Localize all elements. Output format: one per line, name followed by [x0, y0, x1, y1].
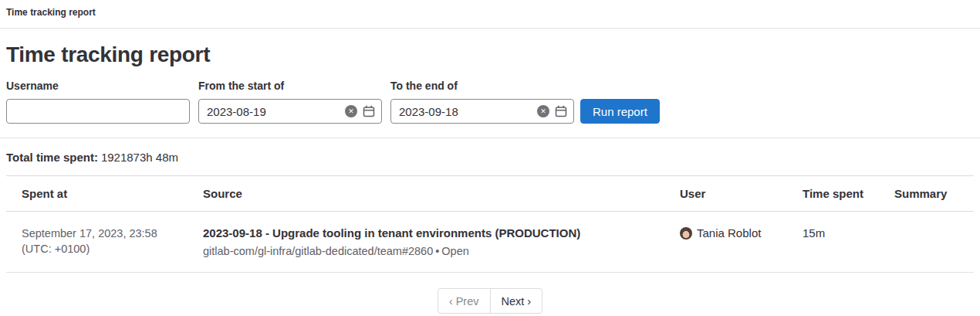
column-header-user: User [664, 176, 787, 212]
user-avatar [680, 227, 692, 240]
username-input[interactable] [6, 99, 190, 124]
calendar-icon[interactable] [363, 105, 375, 117]
username-label: Username [6, 80, 190, 92]
time-spent-cell: 15m [787, 212, 879, 273]
user-link[interactable]: Tania Roblot [697, 226, 761, 240]
table-row: September 17, 2023, 23:58 (UTC: +0100) 2… [6, 212, 974, 273]
total-time-label: Total time spent: [6, 151, 98, 164]
next-page-button[interactable]: Next › [490, 288, 543, 314]
column-header-summary: Summary [879, 176, 974, 212]
spent-at-cell: September 17, 2023, 23:58 (UTC: +0100) [6, 212, 188, 273]
breadcrumb: Time tracking report [0, 0, 980, 29]
calendar-icon[interactable] [555, 105, 567, 117]
breadcrumb-link-time-tracking-report[interactable]: Time tracking report [6, 7, 96, 18]
dot-separator-icon: • [435, 245, 439, 257]
table-header-row: Spent at Source User Time spent Summary [6, 176, 974, 212]
issue-reference: gitlab-com/gl-infra/gitlab-dedicated/tea… [203, 245, 433, 257]
user-cell: Tania Roblot [664, 212, 787, 273]
total-time-value: 1921873h 48m [101, 151, 178, 164]
clear-icon[interactable]: ✕ [537, 105, 549, 117]
to-date-field-group: To the end of ✕ [390, 80, 574, 124]
prev-page-label: Prev [456, 295, 479, 308]
next-page-label: Next [502, 295, 525, 308]
spent-at-date: September 17, 2023, 23:58 [22, 226, 180, 242]
prev-page-button[interactable]: ‹ Prev [438, 288, 491, 314]
column-header-time-spent: Time spent [787, 176, 879, 212]
column-header-source: Source [188, 176, 664, 212]
run-report-button[interactable]: Run report [580, 99, 660, 124]
page-title: Time tracking report [6, 42, 974, 67]
username-field-group: Username [6, 80, 190, 124]
spent-at-utc: (UTC: +0100) [22, 242, 180, 257]
chevron-right-icon: › [527, 294, 531, 308]
issue-status: Open [441, 245, 468, 257]
pagination: ‹ Prev Next › [0, 288, 980, 314]
from-date-label: From the start of [198, 80, 382, 92]
report-filter-form: Username From the start of ✕ To the end … [0, 80, 980, 124]
source-cell: 2023-09-18 - Upgrade tooling in tenant e… [188, 212, 664, 273]
time-spent-value: 15m [803, 226, 825, 240]
chevron-left-icon: ‹ [449, 294, 453, 308]
summary-cell [879, 212, 974, 273]
from-date-field-group: From the start of ✕ [198, 80, 382, 124]
total-time-spent: Total time spent:1921873h 48m [0, 138, 980, 175]
column-header-spent-at: Spent at [6, 176, 188, 212]
to-date-label: To the end of [390, 80, 574, 92]
time-tracking-table: Spent at Source User Time spent Summary … [6, 175, 974, 273]
clear-icon[interactable]: ✕ [345, 105, 357, 117]
issue-link[interactable]: 2023-09-18 - Upgrade tooling in tenant e… [203, 226, 580, 241]
